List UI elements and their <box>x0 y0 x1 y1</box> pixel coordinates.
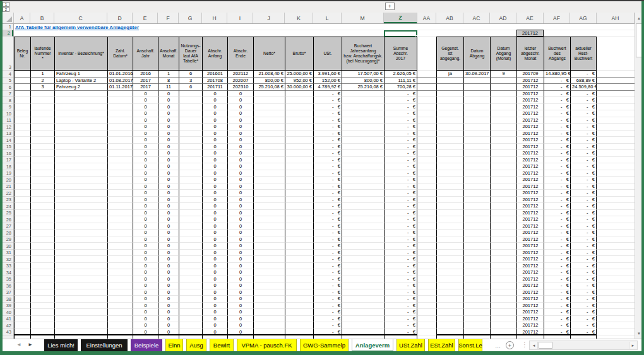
cell-K21[interactable] <box>285 183 313 190</box>
cell-AH6[interactable] <box>597 84 635 91</box>
cell-AB23[interactable] <box>436 197 463 204</box>
cell-B38[interactable] <box>30 296 54 303</box>
cell-I42[interactable]: 0 <box>227 322 253 329</box>
cell-AF30[interactable]: - € <box>544 243 570 250</box>
cell-AD5[interactable] <box>490 78 516 84</box>
cell-AG26[interactable]: - € <box>570 216 597 223</box>
cell-Z39[interactable]: - € <box>384 303 417 310</box>
cell-A27[interactable] <box>14 223 30 230</box>
cell-L16[interactable]: - € <box>313 150 342 157</box>
cell-I26[interactable]: 0 <box>227 216 253 223</box>
row-header-19[interactable]: 19 <box>3 170 13 177</box>
cell-AH23[interactable] <box>597 197 635 204</box>
cell-C15[interactable] <box>54 144 107 151</box>
cell-AA13[interactable] <box>417 131 436 137</box>
cell-A42[interactable] <box>14 322 30 329</box>
cell-AD9[interactable] <box>490 104 516 111</box>
column-header-C[interactable]: C <box>54 13 107 23</box>
table-header-AB[interactable]: Gegenst. ist abgegang. <box>436 37 463 71</box>
cell-AF32[interactable]: - € <box>544 256 570 263</box>
cell-AF37[interactable]: - € <box>544 289 570 296</box>
cell-AE32[interactable]: 201712 <box>516 256 544 263</box>
cell-B7[interactable] <box>30 91 54 98</box>
cell-E38[interactable]: 0 <box>133 296 158 303</box>
cell-K14[interactable] <box>285 137 313 144</box>
cell-C21[interactable] <box>54 183 107 190</box>
cell-B12[interactable] <box>30 124 54 131</box>
table-header-K[interactable]: Brutto* <box>285 37 313 71</box>
cell-K32[interactable] <box>285 256 313 263</box>
cell-K15[interactable] <box>285 144 313 151</box>
sheet-tab-anlageverm[interactable]: Anlageverm <box>352 339 393 352</box>
cell-AB20[interactable] <box>436 177 463 183</box>
cell-A22[interactable] <box>14 190 30 197</box>
cell-L19[interactable]: - € <box>313 170 342 177</box>
cell-AG15[interactable]: - € <box>570 144 597 151</box>
cell-AF43[interactable]: - € <box>544 329 570 336</box>
cell-AB35[interactable] <box>436 276 463 283</box>
column-header-H[interactable]: H <box>202 13 227 23</box>
table-header-L[interactable]: USt. <box>313 37 342 71</box>
cell-Z20[interactable]: - € <box>384 177 417 183</box>
cell-AG28[interactable]: - € <box>570 230 597 236</box>
cell-A16[interactable] <box>14 150 30 157</box>
cell-AD34[interactable] <box>490 269 516 276</box>
cell-AA28[interactable] <box>417 230 436 236</box>
column-header-AA[interactable]: AA <box>417 13 436 23</box>
cell-AG37[interactable]: - € <box>570 289 597 296</box>
cell-H25[interactable]: 0 <box>202 210 227 217</box>
cell-C26[interactable] <box>54 216 107 223</box>
cell-L14[interactable]: - € <box>313 137 342 144</box>
cell-G15[interactable] <box>179 144 202 151</box>
table-header-Z[interactable]: Summe Abschr. 2017 <box>384 37 417 71</box>
cell-AG10[interactable]: - € <box>570 110 597 117</box>
cell-B23[interactable] <box>30 197 54 204</box>
cell-K6[interactable]: 30.000,00 € <box>285 84 313 91</box>
cell-K35[interactable] <box>285 276 313 283</box>
cell-AE13[interactable]: 201712 <box>516 131 544 137</box>
cell-AB25[interactable] <box>436 210 463 217</box>
cell-Z21[interactable]: - € <box>384 183 417 190</box>
cell-M43[interactable] <box>342 329 384 336</box>
cell-AF4[interactable]: 14.880,95 € <box>544 71 570 78</box>
cell-I22[interactable]: 0 <box>227 190 253 197</box>
cell-AD13[interactable] <box>490 131 516 137</box>
cell-I10[interactable]: 0 <box>227 110 253 117</box>
cell-L23[interactable]: - € <box>313 197 342 204</box>
cell-G17[interactable] <box>179 157 202 164</box>
cell-H13[interactable]: 0 <box>202 131 227 137</box>
cell-D22[interactable] <box>107 190 133 197</box>
row-header-31[interactable]: 31 <box>3 250 13 257</box>
cell-F4[interactable]: 1 <box>158 71 179 78</box>
cell-AE10[interactable]: 201712 <box>516 110 544 117</box>
cell-AC6[interactable] <box>463 84 490 91</box>
cell-G43[interactable] <box>179 329 202 336</box>
cell-E30[interactable]: 0 <box>133 243 158 250</box>
cell-C22[interactable] <box>54 190 107 197</box>
scroll-right-icon[interactable]: ► <box>629 342 636 349</box>
cell-L43[interactable]: - € <box>313 329 342 336</box>
cell-L17[interactable]: - € <box>313 157 342 164</box>
cell-F15[interactable]: 0 <box>158 144 179 151</box>
cell-AG19[interactable]: - € <box>570 170 597 177</box>
cell-M42[interactable] <box>342 322 384 329</box>
cell-L38[interactable]: - € <box>313 296 342 303</box>
cell-AE35[interactable]: 201712 <box>516 276 544 283</box>
cell-AC38[interactable] <box>463 296 490 303</box>
cell-G9[interactable] <box>179 104 202 111</box>
cell-L24[interactable]: - € <box>313 203 342 210</box>
cell-AG4[interactable]: - € <box>570 71 597 78</box>
cell-J34[interactable] <box>253 269 285 276</box>
cell-L41[interactable]: - € <box>313 316 342 323</box>
cell-AD32[interactable] <box>490 256 516 263</box>
cell-AH39[interactable] <box>597 303 635 310</box>
cell-D17[interactable] <box>107 157 133 164</box>
cell-AH41[interactable] <box>597 316 635 323</box>
cell-J4[interactable]: 21.008,40 € <box>253 71 285 78</box>
cell-M40[interactable] <box>342 309 384 316</box>
cell-C8[interactable] <box>54 97 107 104</box>
cell-I4[interactable]: 202112 <box>227 71 253 78</box>
cell-AD10[interactable] <box>490 110 516 117</box>
cell-AB7[interactable] <box>436 91 463 98</box>
cell-G40[interactable] <box>179 309 202 316</box>
